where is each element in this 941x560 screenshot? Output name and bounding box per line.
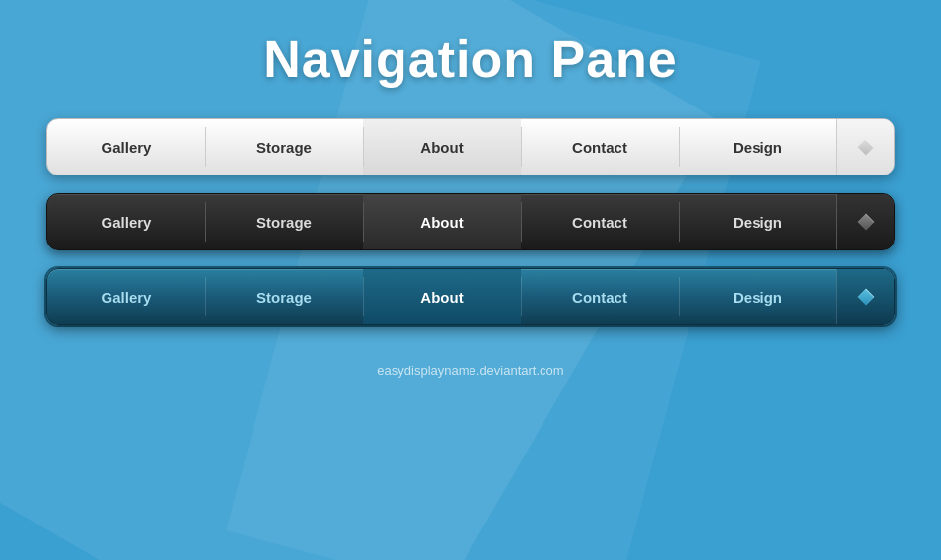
nav-white-about[interactable]: About bbox=[363, 119, 521, 175]
dropdown-diamond-icon bbox=[857, 214, 874, 231]
nav-white-design[interactable]: Design bbox=[679, 119, 836, 175]
nav-teal-design[interactable]: Design bbox=[679, 269, 836, 324]
nav-white-gallery[interactable]: Gallery bbox=[47, 119, 205, 175]
nav-teal-dropdown[interactable] bbox=[836, 269, 894, 324]
nav-teal-gallery[interactable]: Gallery bbox=[47, 269, 205, 324]
nav-dark-design[interactable]: Design bbox=[679, 194, 836, 249]
nav-dark-gallery[interactable]: Gallery bbox=[47, 194, 205, 249]
nav-dark-storage[interactable]: Storage bbox=[205, 194, 363, 249]
nav-dark-contact[interactable]: Contact bbox=[521, 194, 679, 249]
nav-dark-about[interactable]: About bbox=[363, 194, 521, 249]
nav-white-storage[interactable]: Storage bbox=[205, 119, 363, 175]
dropdown-diamond-icon bbox=[857, 289, 874, 306]
nav-teal-storage[interactable]: Storage bbox=[205, 269, 363, 324]
nav-teal-about[interactable]: About bbox=[363, 269, 521, 324]
dropdown-diamond-icon bbox=[857, 139, 874, 156]
page-wrapper: Navigation Pane Gallery Storage About Co… bbox=[0, 0, 941, 560]
nav-bar-white: Gallery Storage About Contact Design bbox=[46, 118, 895, 175]
page-title: Navigation Pane bbox=[263, 30, 678, 89]
nav-teal-contact[interactable]: Contact bbox=[521, 269, 679, 324]
nav-white-dropdown[interactable] bbox=[836, 119, 894, 175]
nav-white-contact[interactable]: Contact bbox=[521, 119, 679, 175]
footer-text: easydisplayname.deviantart.com bbox=[377, 363, 563, 378]
nav-bar-teal: Gallery Storage About Contact Design bbox=[46, 268, 895, 325]
nav-bar-dark: Gallery Storage About Contact Design bbox=[46, 193, 895, 250]
nav-dark-dropdown[interactable] bbox=[836, 194, 894, 249]
